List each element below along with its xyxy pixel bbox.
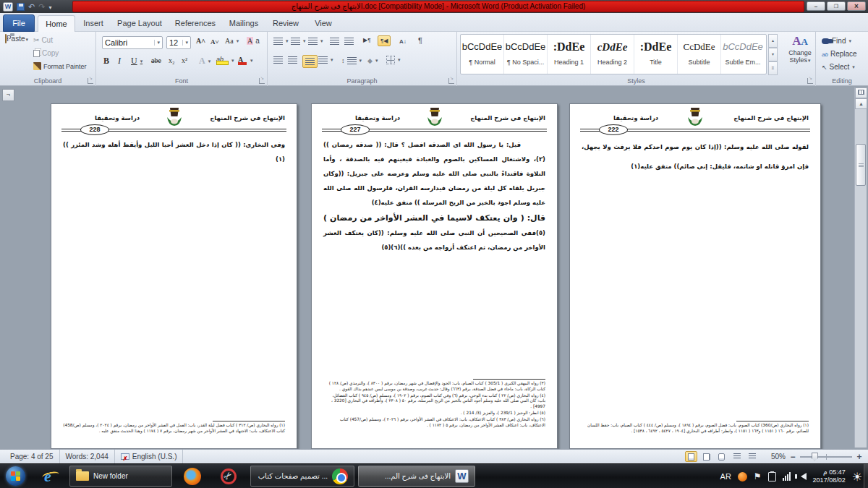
underline-button[interactable]: U [131,56,142,67]
format-painter-button[interactable]: Format Painter [33,62,87,70]
scrollbar-thumb[interactable] [856,144,866,186]
line-spacing-button[interactable] [341,56,362,64]
page-indicator[interactable]: Page: 4 of 25 [4,450,60,463]
page-227[interactable]: الإبتهاج في شرح المنهاج دراسة وتحقيقا 22… [311,103,558,449]
footnotes[interactable]: (٣) رواه البيهقي الكبرى ( 305/1 ) كتاب ا… [323,379,545,429]
align-right-button[interactable] [302,55,318,68]
ruler-toggle-button[interactable] [855,87,867,98]
font-family-combo[interactable]: Calibri [102,36,163,49]
tab-mailings[interactable]: Mailings [223,15,265,32]
taskbar-word-window[interactable]: W الابتهاج فى شرح الم... [358,466,475,487]
strikethrough-button[interactable]: abe [151,56,161,64]
tab-stop-selector[interactable]: ¬ [2,89,14,101]
tab-home[interactable]: Home [38,15,75,32]
style-subtle-emphasis[interactable]: bCcDdEe Subtle Em... [721,35,765,74]
body-paragraph-interjection[interactable]: قال: ( وان يعتكف لاسيما في العشر الأواخر… [323,211,545,254]
gallery-up-icon[interactable]: ▴ [768,34,778,48]
internet-explorer-icon[interactable]: e [33,467,62,486]
replace-button[interactable]: Replace [822,50,857,58]
brightness-icon[interactable] [852,470,862,484]
style-heading1[interactable]: :DdEe Heading 1 [548,35,591,74]
footnote[interactable]: (١) رواه البخاري (ص/ ٣١٢ ) كتاب فضل ليلة… [63,423,285,435]
tab-file[interactable]: File [3,14,35,32]
grow-font-button[interactable]: A˄ [196,37,205,45]
tab-insert[interactable]: Insert [77,15,110,32]
footnote[interactable]: (٣) رواه البيهقي الكبرى ( 305/1 ) كتاب ا… [323,381,545,393]
footnotes[interactable]: (١) رواه البخاري (ص/360) كتاب الصوم، باب… [582,421,809,435]
tab-review[interactable]: Review [266,15,305,32]
view-draft[interactable] [746,451,758,462]
volume-icon[interactable] [797,473,807,480]
text-effects-button[interactable]: A [199,56,210,67]
superscript-button[interactable]: x² [182,56,187,64]
start-button[interactable] [6,466,25,486]
change-styles-button[interactable]: AA Change Styles [783,34,817,76]
highlight-color-button[interactable]: ab [216,56,234,65]
align-left-button[interactable] [273,56,283,64]
justify-button[interactable] [318,56,333,64]
page-body[interactable]: قيل: يا رسول الله اي الصدقه افضل ؟ قال: … [323,137,545,254]
page-body[interactable]: وفي البخاري: (( كان إذا دخل العشر أحيا ا… [63,137,285,166]
body-paragraph[interactable]: قيل: يا رسول الله اي الصدقه افضل ؟ قال: … [323,137,545,210]
body-paragraph[interactable]: لقوله صلى الله عليه وسلم: ((إذا كان يوم … [582,137,809,176]
increase-indent-button[interactable] [344,38,354,45]
multilevel-list-button[interactable] [308,38,323,45]
view-outline[interactable] [731,451,743,462]
styles-dialog-launcher[interactable] [807,78,813,84]
proofing-status[interactable]: English (U.S.) [115,450,184,463]
word-count[interactable]: Words: 2,044 [60,450,115,463]
style-normal[interactable]: bCcDdEe ¶ Normal [461,35,504,74]
show-marks-button[interactable] [418,36,422,45]
borders-button[interactable] [386,56,401,64]
firefox-icon[interactable] [178,467,207,486]
style-subtitle[interactable]: CcDdEe Subtitle [678,35,721,74]
scroll-up-button[interactable]: ▲ [855,98,867,109]
sort-button[interactable] [399,37,407,45]
copy-button[interactable]: Copy [33,49,59,57]
zoom-slider[interactable] [800,456,852,458]
italic-button[interactable]: I [118,56,121,67]
clear-formatting-button[interactable]: Aa [247,37,260,45]
footnote[interactable]: (٦) رواه البخاري (ص/ ٣٨٣ ) كتاب الاعتكاف… [323,417,545,429]
cut-button[interactable]: Cut [33,36,53,44]
view-web-layout[interactable] [715,451,728,462]
footnotes[interactable]: (١) رواه البخاري (ص/ ٣١٢ ) كتاب فضل ليلة… [63,421,285,435]
view-print-layout[interactable] [685,451,697,462]
zoom-out-button[interactable]: − [788,452,797,462]
decrease-indent-button[interactable] [330,38,339,45]
numbering-button[interactable] [291,38,306,45]
font-size-combo[interactable]: 12 [166,36,191,49]
page-228[interactable]: الإبتهاج في شرح المنهاج دراسة وتحقيقا 22… [51,103,297,449]
word-app-icon[interactable]: W [3,2,13,12]
restore-button[interactable] [827,1,846,11]
bold-button[interactable]: B [103,56,109,67]
page-body[interactable]: لقوله صلى الله عليه وسلم: ((إذا كان يوم … [582,137,809,176]
view-fullscreen-reading[interactable] [700,451,712,462]
change-case-button[interactable]: Aa [225,37,239,45]
tab-view[interactable]: View [307,15,340,32]
snipping-tool-icon[interactable] [214,467,243,486]
style-no-spacing[interactable]: bCcDdEe ¶ No Spaci... [504,35,548,74]
footnote[interactable]: (١) رواه البخاري (ص/360) كتاب الصوم، باب… [582,423,809,435]
clock[interactable]: 05:47 م 2017/08/02 [813,468,846,484]
align-center-button[interactable] [288,56,297,64]
zoom-slider-handle[interactable] [812,453,818,461]
close-button[interactable] [847,1,866,11]
undo-icon[interactable] [28,2,35,12]
save-icon[interactable] [17,3,25,11]
zoom-in-button[interactable]: + [855,452,864,462]
taskbar-chrome-window[interactable]: ... تصميم صفحات كتاب [250,466,354,487]
body-paragraph[interactable]: وفي البخاري: (( كان إذا دخل العشر أحيا ا… [63,137,285,166]
subscript-button[interactable]: x₂ [169,56,175,64]
footnote[interactable]: (٥) انظر: الوجيز ( 239/1 )، والعزيز (3/ … [323,411,545,416]
page-222[interactable]: الإبتهاج في شرح المنهاج دراسة وتحقيقا 22… [569,103,821,449]
language-switcher[interactable]: AR [720,472,731,481]
action-center-icon[interactable] [754,471,762,481]
right-to-left-button[interactable]: ¶◀ [378,35,391,46]
zoom-level[interactable]: 50% [761,453,786,461]
style-heading2[interactable]: cDdEe Heading 2 [591,35,634,74]
find-button[interactable]: Find [822,37,851,45]
bullets-button[interactable] [273,38,289,45]
show-desktop-button[interactable] [864,464,868,488]
select-button[interactable]: Select [822,63,855,71]
